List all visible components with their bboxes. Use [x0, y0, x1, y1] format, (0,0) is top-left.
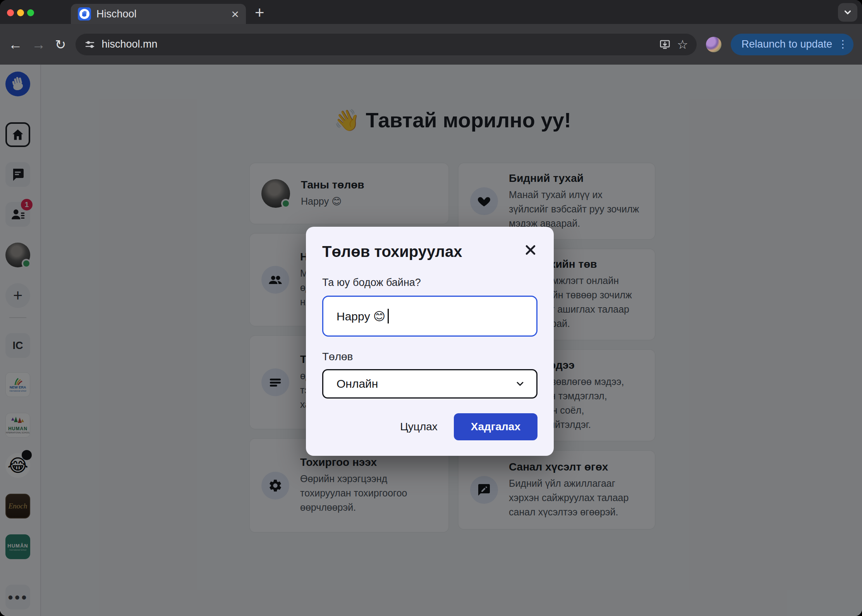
- url-text[interactable]: hischool.mn: [102, 38, 653, 50]
- install-app-icon[interactable]: [659, 39, 671, 50]
- chevron-down-icon: [843, 7, 853, 17]
- tab-strip: Hischool × +: [0, 0, 862, 24]
- window-minimize-button[interactable]: [17, 9, 24, 16]
- reload-button[interactable]: ↻: [55, 38, 66, 51]
- window-zoom-button[interactable]: [27, 9, 34, 16]
- status-question-label: Та юу бодож байна?: [322, 277, 537, 289]
- status-select[interactable]: Онлайн: [322, 369, 537, 399]
- browser-toolbar: ← → ↻ hischool.mn ☆ Relaunch to update ⋮: [0, 24, 862, 65]
- save-button[interactable]: Хадгалах: [454, 413, 537, 440]
- cancel-button[interactable]: Цуцлах: [400, 421, 438, 433]
- modal-title: Төлөв тохируулах: [322, 243, 537, 260]
- tab-favicon-icon: [78, 7, 91, 21]
- browser-tab[interactable]: Hischool ×: [71, 4, 246, 24]
- back-button[interactable]: ←: [9, 38, 22, 51]
- page-content: 1 + IC NEW ERA International school HUMA…: [0, 65, 862, 616]
- close-icon[interactable]: [523, 242, 538, 258]
- status-text-input[interactable]: Happy 😊: [322, 296, 537, 337]
- text-caret: [388, 309, 389, 323]
- status-select-label: Төлөв: [322, 351, 537, 363]
- tab-title: Hischool: [96, 8, 226, 20]
- bookmark-star-icon[interactable]: ☆: [677, 37, 688, 52]
- relaunch-to-update-button[interactable]: Relaunch to update ⋮: [731, 34, 853, 55]
- set-status-modal: Төлөв тохируулах Та юу бодож байна? Happ…: [306, 227, 554, 456]
- browser-menu-icon[interactable]: ⋮: [838, 39, 848, 50]
- browser-window: Hischool × + ← → ↻ hischool.mn ☆ Relaunc…: [0, 0, 862, 616]
- relaunch-label: Relaunch to update: [742, 38, 832, 50]
- site-settings-icon[interactable]: [84, 39, 96, 50]
- modal-footer: Цуцлах Хадгалах: [322, 413, 537, 440]
- tab-close-icon[interactable]: ×: [231, 7, 239, 21]
- browser-profile-avatar[interactable]: [706, 37, 721, 52]
- window-close-button[interactable]: [7, 9, 14, 16]
- address-bar[interactable]: hischool.mn ☆: [76, 34, 697, 55]
- new-tab-button[interactable]: +: [255, 5, 264, 21]
- chevron-down-icon: [515, 378, 525, 389]
- forward-button[interactable]: →: [32, 38, 46, 51]
- tab-search-button[interactable]: [838, 3, 857, 22]
